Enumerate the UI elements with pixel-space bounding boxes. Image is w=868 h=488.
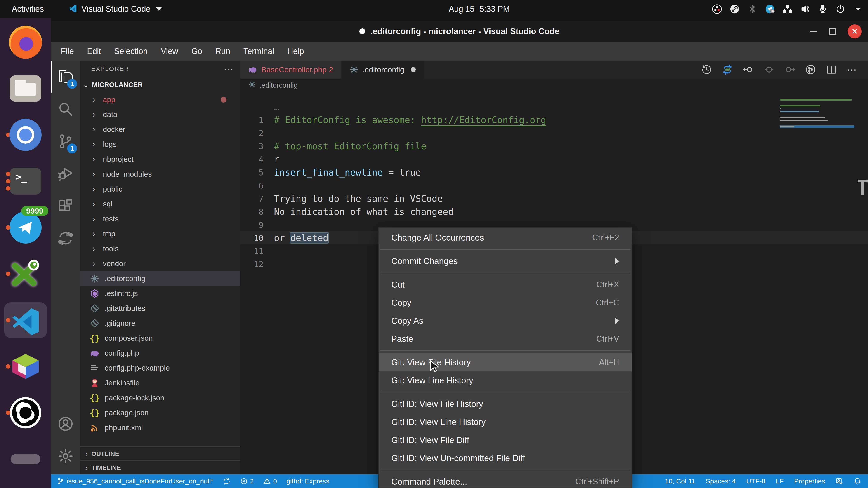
- dock-item-obs[interactable]: [4, 395, 47, 431]
- dock-item-vscode[interactable]: [4, 302, 47, 338]
- status-feedback[interactable]: [835, 477, 843, 485]
- tree-folder-logs[interactable]: ›logs: [80, 137, 240, 152]
- editor-line-7[interactable]: 7Trying to do the same in VSCode: [240, 192, 868, 205]
- tree-file-.gitignore[interactable]: .gitignore: [80, 316, 240, 331]
- menubar-item-edit[interactable]: Edit: [87, 46, 101, 56]
- tree-folder-vendor[interactable]: ›vendor: [80, 256, 240, 271]
- steam-tray-icon[interactable]: [730, 4, 740, 14]
- menubar-item-view[interactable]: View: [161, 46, 178, 56]
- prev-change-icon[interactable]: [742, 64, 754, 75]
- menu-item-githd-view-file-history[interactable]: GitHD: View File History: [379, 395, 632, 413]
- status-language-mode[interactable]: Properties: [794, 477, 825, 485]
- editor-line-3[interactable]: 3# top-most EditorConfig file: [240, 140, 868, 153]
- activity-settings[interactable]: [51, 440, 80, 472]
- ellipsis-icon[interactable]: ⋯: [846, 64, 858, 75]
- tree-folder-nbproject[interactable]: ›nbproject: [80, 152, 240, 167]
- menu-item-command-palette-[interactable]: Command Palette...Ctrl+Shift+P: [379, 473, 632, 488]
- menu-item-copy[interactable]: CopyCtrl+C: [379, 294, 632, 312]
- editor-line-6[interactable]: 6: [240, 179, 868, 192]
- menubar-item-help[interactable]: Help: [287, 46, 304, 56]
- more-actions-icon[interactable]: ⋯: [224, 64, 233, 74]
- tree-folder-tmp[interactable]: ›tmp: [80, 226, 240, 241]
- menu-item-githd-view-file-diff[interactable]: GitHD: View File Diff: [379, 431, 632, 449]
- bluetooth-icon[interactable]: [747, 4, 757, 14]
- status-sync[interactable]: [223, 477, 230, 485]
- close-button[interactable]: ✕: [848, 24, 862, 38]
- menu-item-cut[interactable]: CutCtrl+X: [379, 275, 632, 294]
- minimize-button[interactable]: [810, 31, 817, 32]
- tree-folder-docker[interactable]: ›docker: [80, 122, 240, 137]
- tree-file-.eslintrc.js[interactable]: .eslintrc.js: [80, 286, 240, 301]
- menu-item-git-view-file-history[interactable]: Git: View File HistoryAlt+H: [379, 353, 632, 371]
- activity-extensions[interactable]: [51, 190, 80, 222]
- editor-line-4[interactable]: 4r: [240, 153, 868, 166]
- menu-item-commit-changes[interactable]: Commit Changes: [379, 252, 632, 270]
- activity-accounts[interactable]: [51, 408, 80, 440]
- clock[interactable]: Aug 15 5:33 PM: [449, 0, 510, 18]
- microphone-icon[interactable]: [818, 4, 828, 14]
- menu-item-git-view-line-history[interactable]: Git: View Line History: [379, 371, 632, 390]
- window-titlebar[interactable]: .editorconfig - microlancer - Visual Stu…: [51, 21, 868, 42]
- editor-line-1[interactable]: 1# EditorConfig is awesome: http://Edito…: [240, 113, 868, 127]
- status-errors[interactable]: 2: [240, 477, 254, 485]
- menubar-item-terminal[interactable]: Terminal: [243, 46, 274, 56]
- status-cursor-position[interactable]: 10, Col 11: [665, 477, 695, 485]
- git-graph-icon[interactable]: [805, 64, 816, 75]
- editor-line-2[interactable]: 2: [240, 127, 868, 140]
- dock-item-terminal[interactable]: >_: [4, 163, 47, 199]
- circle-icon[interactable]: [763, 64, 775, 75]
- tree-file-.editorconfig[interactable]: .editorconfig: [80, 271, 240, 286]
- tree-folder-data[interactable]: ›data: [80, 107, 240, 122]
- history-icon[interactable]: [701, 64, 712, 75]
- githd-diff-icon[interactable]: diff: [721, 64, 733, 75]
- editor-line-8[interactable]: 8No indication of what is changeed: [240, 205, 868, 218]
- menu-item-copy-as[interactable]: Copy As: [379, 312, 632, 330]
- activity-source-control[interactable]: 1: [51, 125, 80, 158]
- tree-file-package-lock.json[interactable]: {}package-lock.json: [80, 390, 240, 405]
- status-indentation[interactable]: Spaces: 4: [706, 477, 736, 485]
- dock-item-green-x-app[interactable]: [4, 256, 47, 292]
- split-editor-icon[interactable]: [826, 64, 837, 75]
- dock-item-tray-pill[interactable]: [4, 441, 47, 477]
- dock-item-boxes[interactable]: [4, 349, 47, 384]
- tree-file-package.json[interactable]: {}package.json: [80, 405, 240, 420]
- menubar-item-run[interactable]: Run: [215, 46, 230, 56]
- tab-.editorconfig[interactable]: .editorconfig: [341, 61, 424, 78]
- dock-item-firefox[interactable]: [4, 24, 47, 60]
- menubar-item-selection[interactable]: Selection: [114, 46, 148, 56]
- tree-folder-public[interactable]: ›public: [80, 182, 240, 197]
- dock-item-chromium[interactable]: [4, 117, 47, 153]
- menu-item-change-all-occurrences[interactable]: Change All OccurrencesCtrl+F2: [379, 229, 632, 247]
- focused-app-menu[interactable]: Visual Studio Code: [69, 4, 162, 14]
- tree-file-config.php[interactable]: config.php: [80, 346, 240, 361]
- status-notifications[interactable]: [854, 477, 861, 485]
- tree-folder-sql[interactable]: ›sql: [80, 197, 240, 212]
- tree-file-composer.json[interactable]: {}composer.json: [80, 331, 240, 346]
- outline-panel-header[interactable]: › OUTLINE: [80, 447, 240, 460]
- editor-line-5[interactable]: 5insert_final_newline = true: [240, 166, 868, 179]
- menubar-item-file[interactable]: File: [61, 46, 74, 56]
- menu-item-paste[interactable]: PasteCtrl+V: [379, 330, 632, 348]
- activity-run-and-debug[interactable]: [51, 158, 80, 190]
- activity-search[interactable]: [51, 93, 80, 125]
- status-warnings[interactable]: 0: [263, 477, 277, 485]
- obs-tray-icon[interactable]: [712, 4, 722, 14]
- maximize-button[interactable]: [829, 28, 836, 35]
- next-change-icon[interactable]: [784, 64, 796, 75]
- workspace-section-header[interactable]: ⌄ MICROLANCER: [80, 77, 240, 92]
- chevron-down-icon[interactable]: [853, 4, 863, 14]
- telegram-tray-icon[interactable]: .80: [765, 4, 775, 14]
- minimap[interactable]: [780, 99, 855, 135]
- tree-folder-tests[interactable]: ›tests: [80, 212, 240, 226]
- menu-item-githd-view-un-committed-file-diff[interactable]: GitHD: View Un-committed File Diff: [379, 449, 632, 467]
- tree-file-.gitattributes[interactable]: .gitattributes: [80, 301, 240, 316]
- tree-folder-node_modules[interactable]: ›node_modules: [80, 167, 240, 182]
- status-eol[interactable]: LF: [776, 477, 784, 485]
- dock-item-telegram[interactable]: 9999: [4, 210, 47, 246]
- menubar-item-go[interactable]: Go: [191, 46, 202, 56]
- breadcrumb[interactable]: .editorconfig: [240, 78, 868, 92]
- tree-file-phpunit.xml[interactable]: phpunit.xml: [80, 420, 240, 435]
- status-encoding[interactable]: UTF-8: [746, 477, 765, 485]
- tree-folder-tools[interactable]: ›tools: [80, 241, 240, 256]
- tree-file-config.php-example[interactable]: config.php-example: [80, 361, 240, 376]
